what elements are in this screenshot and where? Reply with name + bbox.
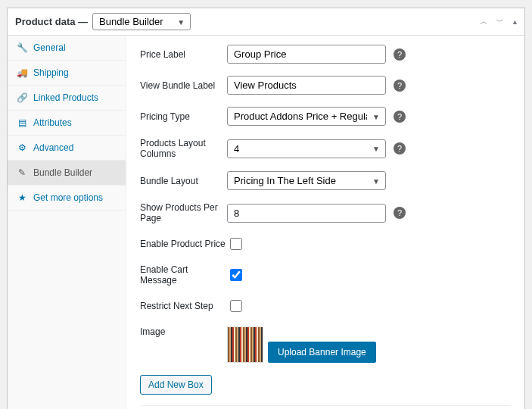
bundle-layout-label: Bundle Layout xyxy=(140,176,227,186)
enable-product-price-checkbox[interactable] xyxy=(230,238,242,250)
pricing-type-select[interactable]: Product Addons Price + Regular Price xyxy=(227,107,386,126)
sidebar-item-linked-products[interactable]: 🔗 Linked Products xyxy=(8,86,126,111)
box-row[interactable]: Box#1 xyxy=(140,405,511,409)
help-icon[interactable]: ? xyxy=(394,207,406,219)
enable-product-price-label: Enable Product Price xyxy=(140,239,227,249)
banner-image-preview[interactable] xyxy=(227,326,263,363)
price-label-input[interactable] xyxy=(227,45,386,64)
star-icon: ★ xyxy=(17,192,27,203)
panel-body: 🔧 General 🚚 Shipping 🔗 Linked Products ▤… xyxy=(8,36,524,409)
wrench-icon: 🔧 xyxy=(17,42,27,53)
link-icon: 🔗 xyxy=(17,92,27,103)
restrict-next-step-checkbox[interactable] xyxy=(230,300,242,312)
help-icon[interactable]: ? xyxy=(394,80,406,92)
panel-header: Product data — Bundle Builder ▼ ︿ ﹀ ▲ xyxy=(8,8,524,36)
settings-content: Price Label ? View Bundle Label ? Pricin… xyxy=(126,36,524,409)
sidebar-item-bundle-builder[interactable]: ✎ Bundle Builder xyxy=(8,161,126,186)
restrict-next-step-label: Restrict Next Step xyxy=(140,301,227,311)
help-icon[interactable]: ? xyxy=(394,111,406,123)
layout-columns-label: Products Layout Columns xyxy=(140,138,227,159)
gear-icon: ⚙ xyxy=(17,142,27,153)
sidebar-item-label: Get more options xyxy=(33,192,103,203)
layout-columns-select[interactable]: 4 xyxy=(227,139,386,158)
product-type-select[interactable]: Bundle Builder xyxy=(92,13,191,30)
help-icon[interactable]: ? xyxy=(394,142,406,155)
image-label: Image xyxy=(140,326,227,337)
sidebar-item-general[interactable]: 🔧 General xyxy=(8,36,126,61)
pricing-type-label: Pricing Type xyxy=(140,111,227,122)
help-icon[interactable]: ? xyxy=(394,48,406,61)
sidebar-item-advanced[interactable]: ⚙ Advanced xyxy=(8,136,126,161)
per-page-label: Show Products Per Page xyxy=(140,202,227,223)
collapse-up-icon[interactable]: ︿ xyxy=(480,16,488,27)
sidebar-item-label: Bundle Builder xyxy=(33,167,92,178)
enable-cart-message-label: Enable Cart Message xyxy=(140,264,227,286)
panel-title: Product data — xyxy=(15,16,88,27)
price-label-label: Price Label xyxy=(140,49,227,60)
sidebar-item-label: Shipping xyxy=(33,67,69,78)
sidebar-item-shipping[interactable]: 🚚 Shipping xyxy=(8,61,126,86)
sidebar-item-label: Attributes xyxy=(33,117,72,128)
enable-cart-message-checkbox[interactable] xyxy=(230,269,242,281)
bundle-layout-select[interactable]: Pricing In The Left Side xyxy=(227,171,386,190)
product-data-panel: Product data — Bundle Builder ▼ ︿ ﹀ ▲ 🔧 … xyxy=(7,8,525,409)
tags-icon: ▤ xyxy=(17,117,27,128)
view-bundle-label-label: View Bundle Label xyxy=(140,80,227,91)
pencil-icon: ✎ xyxy=(17,167,27,178)
sidebar-item-label: General xyxy=(33,42,66,53)
expand-down-icon[interactable]: ﹀ xyxy=(496,16,504,27)
sidebar-item-get-more[interactable]: ★ Get more options xyxy=(8,186,126,211)
toggle-triangle-icon[interactable]: ▲ xyxy=(512,18,518,26)
add-new-box-button[interactable]: Add New Box xyxy=(140,375,212,395)
header-controls: ︿ ﹀ ▲ xyxy=(480,16,518,27)
truck-icon: 🚚 xyxy=(17,67,27,78)
product-type-wrap: Bundle Builder ▼ xyxy=(88,13,191,30)
sidebar: 🔧 General 🚚 Shipping 🔗 Linked Products ▤… xyxy=(8,36,126,409)
sidebar-item-label: Linked Products xyxy=(33,92,98,103)
upload-banner-image-button[interactable]: Upload Banner Image xyxy=(268,342,376,363)
view-bundle-label-input[interactable] xyxy=(227,76,386,95)
per-page-input[interactable] xyxy=(227,204,386,223)
sidebar-item-label: Advanced xyxy=(33,142,73,153)
sidebar-item-attributes[interactable]: ▤ Attributes xyxy=(8,111,126,136)
